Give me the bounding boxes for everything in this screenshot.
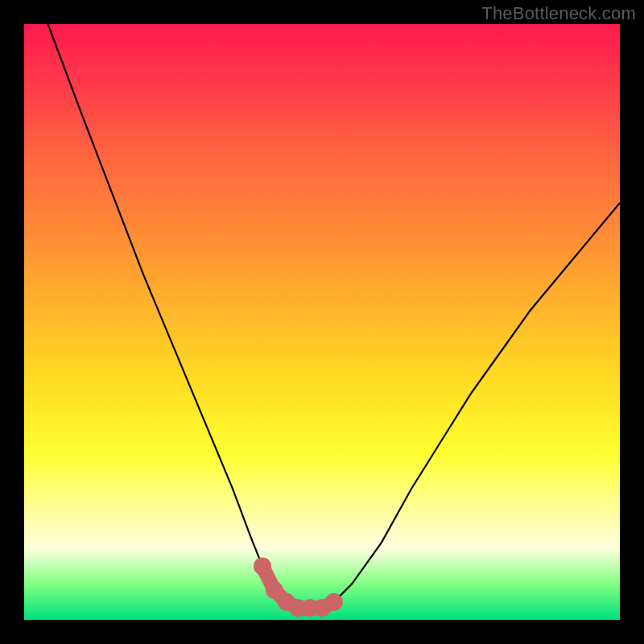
plot-area xyxy=(24,24,620,620)
optimal-point xyxy=(325,593,343,611)
watermark-text: TheBottleneck.com xyxy=(481,3,636,24)
curve-layer xyxy=(24,24,620,620)
optimal-point xyxy=(254,557,271,575)
chart-frame: TheBottleneck.com xyxy=(0,0,644,644)
optimal-zone xyxy=(254,557,343,617)
bottleneck-curve xyxy=(48,24,620,608)
